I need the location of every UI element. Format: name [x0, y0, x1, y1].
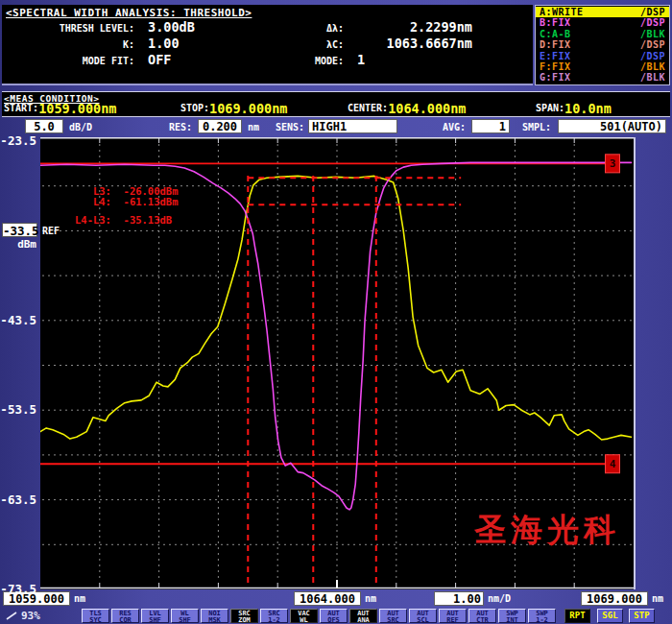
y-axis-label: -73.5 [0, 582, 36, 596]
thresh-level-label: THRESH LEVEL: [6, 23, 140, 34]
resolution-label: RES: [169, 122, 192, 132]
trace-display-mode: /BLK [640, 72, 665, 83]
analysis-row: MODE FIT: OFF MODE: 1 [6, 52, 529, 68]
softkey-vac-wl[interactable]: VACWL [290, 609, 318, 623]
line-marker-digit-3: 3 [610, 157, 616, 170]
analysis-row: THRESH LEVEL: 3.00dB Δλ: 2.2299nm [6, 19, 529, 36]
softkey-aut-ofs[interactable]: AUTOFS [320, 609, 348, 623]
y-axis-label: -53.5 [0, 402, 36, 417]
softkey-wl-shf[interactable]: WLSHF [171, 609, 199, 623]
softkey-noi-msk[interactable]: NOIMSK [201, 609, 228, 623]
trace-display-mode: /DSP [640, 7, 665, 17]
level-scale-unit: dB/D [69, 122, 92, 132]
x-scale-field[interactable]: 1.00 [434, 591, 484, 606]
sensitivity-label: SENS: [276, 122, 304, 132]
trace-name: B:FIX [540, 17, 571, 28]
k-label: K: [6, 39, 140, 50]
softkey-swp-int[interactable]: SWPINT [498, 609, 526, 623]
ref-label: REF [42, 226, 60, 236]
sgl-key[interactable]: SGL [597, 609, 623, 623]
lambda-c-label: λC: [273, 39, 349, 50]
span-setting[interactable]: SPAN: 10.0nm [536, 102, 612, 115]
marker-readout-1: L4: -61.13dBm [75, 196, 178, 207]
softkey-aut-src[interactable]: AUTSRC [379, 609, 407, 623]
trace-display-mode: /DSP [640, 17, 665, 28]
battery-percent: 93% [21, 610, 40, 622]
y-axis-label: -23.5 [0, 133, 36, 148]
trace-display-mode: /DSP [640, 39, 665, 50]
mode-fit-label: MODE FIT: [6, 56, 140, 66]
trace-name: F:FIX [540, 61, 571, 72]
analysis-row: K: 1.00 λC: 1063.6667nm [6, 36, 529, 52]
trace-row-b[interactable]: B:FIX/DSP [536, 17, 669, 28]
sampling-field[interactable]: 501(AUTO) [558, 119, 666, 133]
stop-wavelength[interactable]: STOP: 1069.000nm [180, 102, 287, 115]
mode-fit-value: OFF [140, 52, 273, 67]
x-stop-field[interactable]: 1069.000 [581, 591, 648, 606]
sensitivity-field[interactable]: HIGH1 [308, 119, 397, 133]
trace-display-mode: /BLK [640, 29, 665, 39]
k-value: 1.00 [140, 36, 273, 51]
softkey-src-1-2[interactable]: SRC1-2 [260, 609, 288, 623]
spectrum-plot: L3: -26.00dBm L4: -61.13dBmL4-L3: -35.13… [40, 137, 634, 589]
level-scale-field[interactable]: 5.0 [25, 119, 63, 133]
softkey-swp-1-2[interactable]: SWP1-2 [528, 609, 556, 623]
y-axis-label: -63.5 [0, 492, 36, 507]
trace-name: A:WRITE [540, 7, 584, 17]
trace-row-e[interactable]: E:FIX/DSP [536, 51, 669, 61]
trace-row-d[interactable]: D:FIX/DSP [536, 39, 669, 50]
signal-icon [6, 612, 18, 620]
stp-key[interactable]: STP [629, 609, 655, 623]
lambda-c-value: 1063.6667nm [349, 36, 472, 51]
trace-row-c[interactable]: C:A-B/BLK [536, 29, 669, 39]
trace-row-g[interactable]: G:FIX/BLK [536, 72, 669, 83]
trace-row-a[interactable]: A:WRITE/DSP [536, 7, 669, 17]
start-wavelength[interactable]: START: 1059.000nm [4, 102, 116, 115]
softkey-aut-ctr[interactable]: AUTCTR [468, 609, 496, 623]
analysis-title: <SPECTRAL WIDTH ANALYSIS: THRESHOLD> [6, 7, 529, 19]
mode-label: MODE: [273, 56, 349, 66]
sampling-label: SMPL: [522, 122, 551, 132]
softkey-tls-syc[interactable]: TLSSYC [82, 609, 109, 623]
center-wavelength[interactable]: CENTER: 1064.000nm [348, 102, 466, 115]
softkey-src-zom[interactable]: SRCZOM [230, 609, 258, 623]
x-stop-unit: nm [652, 593, 663, 604]
watermark: 圣海光科 [473, 511, 620, 548]
plot-right-border [634, 137, 636, 589]
average-field[interactable]: 1 [471, 119, 510, 133]
y-ref-level-field[interactable]: -33.5 [2, 223, 37, 237]
trace-name: C:A-B [540, 29, 571, 39]
resolution-unit: nm [248, 122, 259, 132]
trace-table: A:WRITE/DSPB:FIX/DSPC:A-B/BLKD:FIX/DSPE:… [535, 5, 670, 85]
marker-readout-2: L4-L3: -35.13dB [75, 214, 172, 226]
meas-condition-panel: <MEAS CONDITION> START: 1059.000nm STOP:… [2, 91, 670, 117]
softkey-aut-scl[interactable]: AUTSCL [409, 609, 437, 623]
delta-lambda-value: 2.2299nm [349, 19, 472, 35]
softkey-aut-ref[interactable]: AUTREF [439, 609, 467, 623]
osa-screen: <SPECTRAL WIDTH ANALYSIS: THRESHOLD> THR… [0, 0, 672, 624]
mode-value: 1 [349, 52, 480, 67]
softkey-aut-ana[interactable]: AUTANA [349, 609, 377, 623]
delta-lambda-label: Δλ: [273, 23, 349, 34]
average-label: AVG: [443, 122, 466, 132]
y-axis-unit: dBm [2, 238, 36, 251]
resolution-field[interactable]: 0.200 [198, 119, 242, 133]
x-scale-unit: nm/D [488, 593, 511, 604]
trace-display-mode: /DSP [640, 51, 665, 61]
thresh-level-value: 3.00dB [140, 19, 273, 35]
trace-row-f[interactable]: F:FIX/BLK [536, 61, 669, 72]
x-center-unit: nm [365, 593, 376, 604]
rpt-key[interactable]: RPT [564, 609, 590, 623]
trace-name: G:FIX [540, 72, 571, 83]
analysis-panel: <SPECTRAL WIDTH ANALYSIS: THRESHOLD> THR… [2, 5, 533, 85]
trace-display-mode: /BLK [640, 61, 665, 72]
softkey-res-cor[interactable]: RESCOR [111, 609, 139, 623]
trace-name: D:FIX [540, 39, 571, 50]
softkey-lvl-shf[interactable]: LVLSHF [141, 609, 169, 623]
x-start-unit: nm [74, 593, 85, 604]
y-axis-label: -43.5 [0, 313, 36, 327]
x-center-field[interactable]: 1064.000 [294, 591, 361, 606]
trace-name: E:FIX [540, 51, 571, 61]
line-marker-digit-4: 4 [610, 458, 616, 470]
status-indicator: 93% [6, 610, 40, 622]
